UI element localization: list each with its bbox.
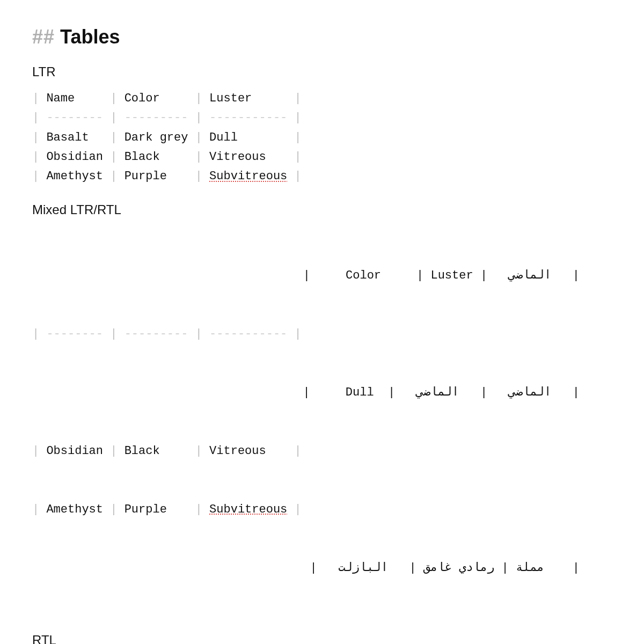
ltr-dash-1: --------- (125, 111, 188, 125)
section-title-rtl: RTL (32, 633, 612, 644)
ltr-cell: Obsidian (46, 150, 103, 164)
mixed-line-6: | مملة | رمادي غامق | البازلت | (32, 559, 580, 578)
heading-hash-marker: ## (32, 26, 55, 48)
ltr-cell-spellchecked: Subvitreous (209, 170, 287, 183)
ltr-header-name: Name (46, 92, 75, 105)
mixed-dash: --------- (125, 327, 188, 341)
mixed-cell-spellchecked: Subvitreous (209, 503, 287, 516)
section-title-ltr: LTR (32, 64, 612, 79)
section-title-mixed: Mixed LTR/RTL (32, 202, 612, 217)
page-heading: ## Tables (32, 26, 612, 48)
mixed-line-3: | Dull | الماضي | الماضي | (32, 383, 580, 402)
mixed-cell: Amethyst (46, 503, 103, 516)
table-ltr: | Name | Color | Luster | | -------- | -… (32, 89, 612, 186)
mixed-cell: Obsidian (46, 444, 103, 458)
mixed-cell: Purple (125, 503, 167, 516)
ltr-cell: Vitreous (209, 150, 266, 164)
ltr-cell: Dull (209, 131, 238, 144)
ltr-dash-0: -------- (46, 111, 103, 125)
mixed-cell: Vitreous (209, 444, 266, 458)
mixed-dash: -------- (46, 327, 103, 341)
ltr-cell: Dark grey (125, 131, 188, 144)
ltr-header-luster: Luster (209, 92, 252, 105)
ltr-cell: Amethyst (46, 170, 103, 183)
heading-text: Tables (60, 26, 120, 48)
ltr-cell: Basalt (46, 131, 89, 144)
mixed-dash: ----------- (209, 327, 287, 341)
ltr-cell: Black (125, 150, 160, 164)
ltr-header-color: Color (125, 92, 160, 105)
mixed-cell: Black (125, 444, 160, 458)
mixed-line-1: | Color | Luster | الماضي | (32, 266, 580, 286)
table-mixed: | Color | Luster | الماضي | | -------- |… (32, 227, 580, 617)
ltr-cell: Purple (125, 170, 167, 183)
ltr-dash-2: ----------- (209, 111, 287, 125)
